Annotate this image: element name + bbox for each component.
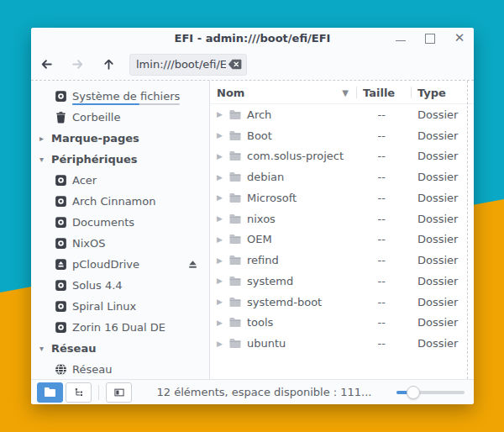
eject-icon[interactable] <box>187 259 198 270</box>
file-row-microsoft[interactable]: ▶Microsoft--Dossier <box>210 187 474 208</box>
back-button[interactable] <box>36 54 56 76</box>
forward-arrow-icon <box>71 57 85 71</box>
expander-icon[interactable]: ▶ <box>217 319 227 327</box>
file-row-ubuntu[interactable]: ▶ubuntu--Dossier <box>210 333 474 354</box>
sidebar-item-r-seau[interactable]: Réseau <box>31 359 209 379</box>
file-name: debian <box>247 171 284 183</box>
chevron-right-icon[interactable]: ▸ <box>37 134 46 143</box>
sidebar-item-label: Arch Cinnamon <box>72 195 155 208</box>
sidebar-item-label: NixOS <box>72 237 106 250</box>
file-manager-window: EFI - admin:///boot/efi/EFI ✕ <box>31 28 474 404</box>
content-area: Système de fichiersCorbeille▸Marque-page… <box>31 80 474 379</box>
sidebar-item-syst-me-de-fichiers[interactable]: Système de fichiers <box>31 86 209 107</box>
column-header-name[interactable]: Nom ▼ <box>210 82 356 103</box>
expander-icon[interactable]: ▶ <box>217 340 227 348</box>
sidebar-item-label: Corbeille <box>72 111 120 124</box>
file-type: Dossier <box>411 171 474 183</box>
column-header-type[interactable]: Type <box>411 82 474 103</box>
folder-icon <box>228 150 242 161</box>
file-name: Boot <box>247 129 272 142</box>
expander-icon[interactable]: ▶ <box>217 173 227 182</box>
column-separator <box>356 87 357 98</box>
file-type: Dossier <box>411 316 474 329</box>
sidebar-item-corbeille[interactable]: Corbeille <box>31 107 209 128</box>
folder-icon <box>228 317 242 328</box>
folder-icon <box>228 130 242 141</box>
toolbar <box>31 49 474 80</box>
show-places-button[interactable] <box>37 382 63 403</box>
zoom-slider[interactable] <box>396 385 465 400</box>
expander-icon[interactable]: ▶ <box>217 256 227 265</box>
minimize-button[interactable] <box>395 33 407 45</box>
column-header-name-label: Nom <box>217 87 244 99</box>
file-name: systemd <box>247 275 293 287</box>
sidebar-item-label: Solus 4.4 <box>72 279 123 292</box>
file-row-systemd-boot[interactable]: ▶systemd-boot--Dossier <box>210 292 474 313</box>
forward-button[interactable] <box>67 54 87 76</box>
sidebar-item-spiral-linux[interactable]: Spiral Linux <box>31 296 209 317</box>
location-input[interactable] <box>130 58 228 71</box>
expander-icon[interactable]: ▶ <box>217 110 227 119</box>
column-header-size[interactable]: Taille <box>356 82 411 103</box>
sidebar-item-label: Zorin 16 Dual DE <box>72 321 165 334</box>
show-treeview-button[interactable] <box>66 382 92 403</box>
clear-entry-icon[interactable] <box>228 59 242 70</box>
sidebar-item-label: Spiral Linux <box>72 300 136 313</box>
sidebar-item-label: Système de fichiers <box>72 90 180 103</box>
zoom-slider-handle[interactable] <box>407 386 420 399</box>
file-row-debian[interactable]: ▶debian--Dossier <box>210 166 474 187</box>
back-arrow-icon <box>39 57 54 71</box>
expander-icon[interactable]: ▶ <box>217 214 227 223</box>
sidebar-item-arch-cinnamon[interactable]: Arch Cinnamon <box>31 191 209 212</box>
hide-sidebar-button[interactable] <box>106 382 132 403</box>
file-type: Dossier <box>411 337 474 350</box>
sidebar-item-label: pCloudDrive <box>72 258 139 271</box>
file-size: -- <box>356 129 411 142</box>
file-row-systemd[interactable]: ▶systemd--Dossier <box>210 271 474 292</box>
harddisk-icon <box>55 195 67 208</box>
expander-icon[interactable]: ▶ <box>217 131 227 140</box>
file-row-com-solus-project[interactable]: ▶com.solus-project--Dossier <box>210 146 474 167</box>
sidebar-item-acer[interactable]: Acer <box>31 170 209 191</box>
file-row-nixos[interactable]: ▶nixos--Dossier <box>210 208 474 229</box>
file-row-tools[interactable]: ▶tools--Dossier <box>210 313 474 334</box>
file-size: -- <box>356 254 411 266</box>
column-separator <box>411 87 412 98</box>
close-button[interactable]: ✕ <box>454 33 465 45</box>
sidebar-item-pclouddrive[interactable]: pCloudDrive <box>31 254 209 275</box>
file-size: -- <box>356 213 411 225</box>
folder-icon <box>228 109 242 120</box>
sidebar-section-label: Réseau <box>51 342 96 355</box>
location-bar[interactable] <box>129 54 247 76</box>
expander-icon[interactable]: ▶ <box>217 193 227 202</box>
chevron-down-icon[interactable]: ▾ <box>37 155 46 164</box>
up-button[interactable] <box>98 54 118 76</box>
expander-icon[interactable]: ▶ <box>217 235 227 244</box>
sidebar-section-marque-pages[interactable]: ▸Marque-pages <box>31 128 209 149</box>
maximize-button[interactable] <box>424 33 436 45</box>
folder-icon <box>228 192 242 203</box>
file-size: -- <box>356 108 411 121</box>
file-size: -- <box>356 275 411 287</box>
sidebar-section-label: Marque-pages <box>51 132 139 145</box>
file-type: Dossier <box>411 108 474 121</box>
close-icon: ✕ <box>454 32 465 45</box>
chevron-down-icon[interactable]: ▾ <box>37 344 46 353</box>
status-text: 12 éléments, espace disponible : 111... <box>132 386 396 398</box>
sidebar-item-nixos[interactable]: NixOS <box>31 233 209 254</box>
sidebar-section-p-riph-riques[interactable]: ▾Périphériques <box>31 149 209 170</box>
expander-icon[interactable]: ▶ <box>217 277 227 285</box>
column-headers: Nom ▼ Taille Type <box>210 82 474 104</box>
sidebar-item-solus-4-4[interactable]: Solus 4.4 <box>31 275 209 296</box>
sidebar-section-r-seau[interactable]: ▾Réseau <box>31 338 209 359</box>
file-row-refind[interactable]: ▶refind--Dossier <box>210 250 474 271</box>
titlebar[interactable]: EFI - admin:///boot/efi/EFI ✕ <box>31 28 474 49</box>
file-row-oem[interactable]: ▶OEM--Dossier <box>210 229 474 250</box>
expander-icon[interactable]: ▶ <box>217 298 227 306</box>
sidebar: Système de fichiersCorbeille▸Marque-page… <box>31 81 210 379</box>
sidebar-item-zorin-16-dual-de[interactable]: Zorin 16 Dual DE <box>31 317 209 338</box>
file-row-boot[interactable]: ▶Boot--Dossier <box>210 125 474 146</box>
sidebar-item-documents[interactable]: Documents <box>31 212 209 233</box>
expander-icon[interactable]: ▶ <box>217 152 227 161</box>
file-row-arch[interactable]: ▶Arch--Dossier <box>210 104 474 125</box>
